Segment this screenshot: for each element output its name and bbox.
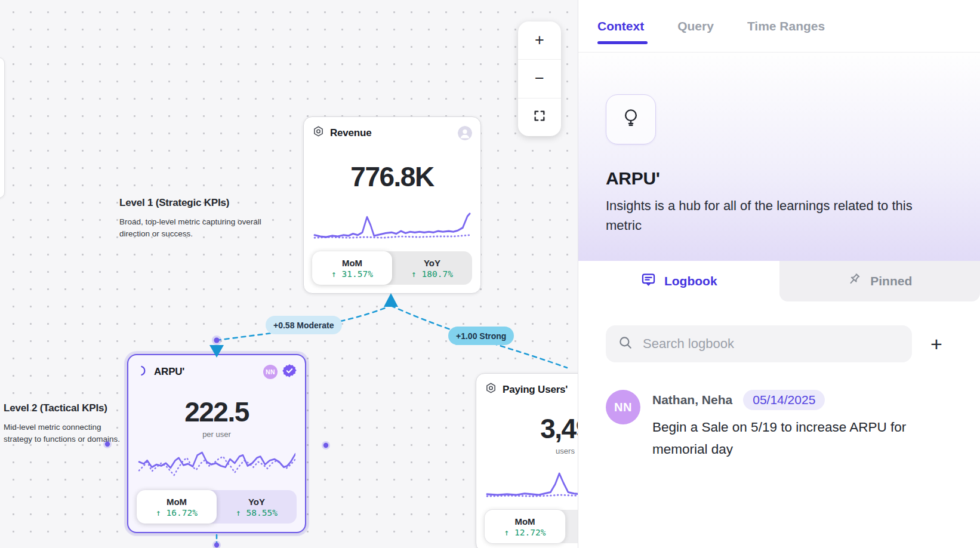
lightbulb-icon <box>620 107 642 132</box>
node-title: Paying Users' <box>503 384 568 396</box>
entry-author: Nathan, Neha <box>652 393 732 407</box>
zoom-in-button[interactable]: + <box>518 21 561 59</box>
mom-value: ↑ 16.72% <box>156 508 198 518</box>
active-tab-underline <box>597 41 648 44</box>
mom-pill[interactable]: MoM ↑ 31.57% <box>312 251 392 285</box>
person-avatar-icon[interactable] <box>458 126 472 140</box>
mom-label: MoM <box>514 516 535 527</box>
clipped-card-sliver <box>0 57 5 198</box>
logbook-content: + NN Nathan, Neha 05/14/2025 Begin a Sal… <box>578 301 980 460</box>
add-log-entry-button[interactable]: + <box>920 328 953 360</box>
level-2-description-line2: strategy to functions or domains. <box>4 435 120 444</box>
magnifier-icon <box>618 335 633 353</box>
tab-time-ranges[interactable]: Time Ranges <box>747 19 825 33</box>
sparkline <box>138 447 295 481</box>
level-2-description-line1: Mid-level metric connecting <box>4 423 101 432</box>
edge-label-moderate[interactable]: +0.58 Moderate <box>266 316 342 334</box>
metric-value: 3,49 <box>485 412 578 445</box>
entry-message: Begin a Sale on 5/19 to increase ARPU fo… <box>652 416 939 460</box>
tab-pinned[interactable]: Pinned <box>779 261 980 301</box>
node-title: Revenue <box>330 127 371 139</box>
logbook-search <box>606 325 912 362</box>
mom-label: MoM <box>167 497 187 507</box>
arrowhead-up-icon <box>384 293 398 307</box>
hexagon-icon <box>312 125 325 140</box>
yoy-pill[interactable]: YoY ↑ 180.7% <box>392 251 472 285</box>
mom-pill[interactable]: MoM ↑ 12.72% <box>485 510 565 543</box>
edge-label-strong[interactable]: +1.00 Strong <box>448 327 514 345</box>
metric-node-revenue[interactable]: Revenue 776.8K <box>303 116 481 294</box>
tab-pinned-label: Pinned <box>870 274 912 288</box>
collaborator-avatar[interactable]: NN <box>263 365 278 379</box>
metric-context-header: ARPU' Insights is a hub for all of the l… <box>578 53 980 261</box>
metric-node-arpu[interactable]: ARPU' NN 222.5 per user <box>127 354 306 533</box>
level-1-annotation: Level 1 (Strategic KPIs) Broad, top-leve… <box>119 197 264 241</box>
metric-value: 776.8K <box>312 161 472 193</box>
canvas-zoom-toolbar: + − <box>518 21 561 136</box>
search-input[interactable] <box>642 335 900 352</box>
plus-icon: + <box>535 31 544 50</box>
hexagon-icon <box>485 382 497 397</box>
sparkline <box>313 208 471 242</box>
message-square-icon <box>640 272 657 291</box>
logbook-pinned-tabs: Logbook Pinned <box>578 261 980 301</box>
metric-title: ARPU' <box>606 168 953 189</box>
check-badge-icon[interactable] <box>282 364 297 380</box>
metric-unit: users <box>485 447 578 455</box>
panel-tab-bar: Context Query Time Ranges <box>578 0 980 53</box>
mom-label: MoM <box>342 258 362 268</box>
context-panel: Context Query Time Ranges ARPU' Insights… <box>578 0 980 548</box>
tab-query[interactable]: Query <box>677 19 714 33</box>
mom-pill[interactable]: MoM ↑ 16.72% <box>137 490 217 524</box>
node-title: ARPU' <box>154 366 184 378</box>
sparkline <box>486 467 578 500</box>
yoy-pill[interactable] <box>565 510 578 543</box>
metric-tree-canvas[interactable]: Level 1 (Strategic KPIs) Broad, top-leve… <box>0 0 578 548</box>
tab-context[interactable]: Context <box>597 19 644 33</box>
yoy-value: ↑ 58.55% <box>236 508 278 518</box>
entry-avatar: NN <box>606 390 640 424</box>
crescent-icon <box>137 365 149 379</box>
fullscreen-icon <box>533 108 546 127</box>
yoy-pill[interactable]: YoY ↑ 58.55% <box>217 490 297 524</box>
comparison-pills: MoM ↑ 31.57% YoY ↑ 180.7% <box>312 251 472 285</box>
level-1-title: Level 1 (Strategic KPIs) <box>119 197 264 209</box>
minus-icon: − <box>535 69 544 88</box>
tab-logbook-label: Logbook <box>664 274 717 288</box>
logbook-entry[interactable]: NN Nathan, Neha 05/14/2025 Begin a Sale … <box>606 390 953 460</box>
yoy-value: ↑ 180.7% <box>411 269 453 279</box>
entry-date-badge[interactable]: 05/14/2025 <box>743 390 825 410</box>
yoy-label: YoY <box>424 258 440 268</box>
metric-description: Insights is a hub for all of the learnin… <box>606 196 943 235</box>
zoom-out-button[interactable]: − <box>518 59 561 97</box>
yoy-label: YoY <box>248 497 265 507</box>
mom-value: ↑ 31.57% <box>331 269 373 279</box>
metric-value: 222.5 <box>137 396 297 428</box>
metric-unit: per user <box>137 430 297 439</box>
comparison-pills: MoM ↑ 16.72% YoY ↑ 58.55% <box>137 490 297 524</box>
comparison-pills: MoM ↑ 12.72% <box>485 510 578 543</box>
level-1-description: Broad, top-level metric capturing overal… <box>119 216 264 241</box>
metric-node-paying-users[interactable]: Paying Users' 3,49 users MoM ↑ 12.72% <box>476 373 578 548</box>
mom-value: ↑ 12.72% <box>504 528 546 537</box>
tab-logbook[interactable]: Logbook <box>578 261 779 301</box>
insights-icon-tile <box>606 94 656 144</box>
pushpin-icon <box>847 272 862 291</box>
metrics-app: Level 1 (Strategic KPIs) Broad, top-leve… <box>0 0 980 548</box>
fit-view-button[interactable] <box>518 98 561 136</box>
